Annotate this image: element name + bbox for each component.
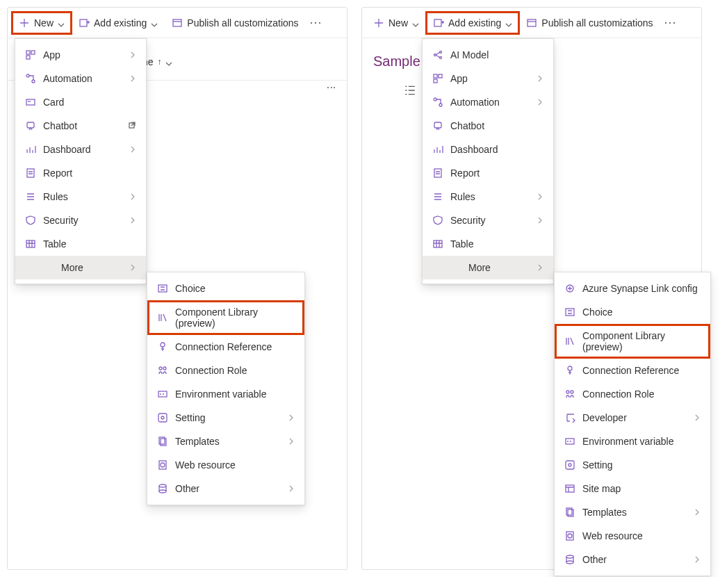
menu-item-table[interactable]: Table xyxy=(15,232,146,256)
chevron-right-icon xyxy=(129,49,136,60)
menu-item-templates[interactable]: Templates xyxy=(147,430,304,453)
chevron-right-icon xyxy=(694,412,701,423)
menu-item-label: Dashboard xyxy=(450,144,543,155)
overflow-icon[interactable]: ··· xyxy=(306,14,327,31)
menu-item-other[interactable]: Other xyxy=(147,477,304,500)
menu-item-synapse[interactable]: Azure Synapse Link config xyxy=(555,277,710,300)
menu-item-webres[interactable]: Web resource xyxy=(147,453,304,477)
menu-item-label: Web resource xyxy=(175,459,295,471)
menu-item-rules[interactable]: Rules xyxy=(423,185,553,209)
menu-item-connrole[interactable]: Connection Role xyxy=(555,382,710,406)
menu-item-label: Dashboard xyxy=(43,144,122,155)
menu-item-app[interactable]: App xyxy=(423,67,553,90)
chevron-down-icon xyxy=(151,19,158,26)
synapse-icon xyxy=(564,283,575,294)
menu-item-card[interactable]: Card xyxy=(15,90,146,114)
menu-item-label: Automation xyxy=(450,97,530,108)
menu-item-chatbot[interactable]: Chatbot xyxy=(15,114,146,138)
sitemap-icon xyxy=(564,483,575,494)
add-existing-button[interactable]: Add existing xyxy=(426,12,519,34)
overflow-icon[interactable]: ··· xyxy=(660,14,681,31)
menu-item-label: Rules xyxy=(450,191,530,202)
menu-item-label: Other xyxy=(175,483,281,494)
security-icon xyxy=(432,215,443,226)
dashboard-icon xyxy=(432,144,443,155)
menu-item-label: Chatbot xyxy=(450,120,543,131)
menu-item-label: Site map xyxy=(582,483,701,494)
connref-icon xyxy=(157,341,168,352)
add-existing-icon xyxy=(79,17,90,28)
menu-item-templates[interactable]: Templates xyxy=(555,500,710,524)
menu-item-automation[interactable]: Automation xyxy=(15,67,146,90)
menu-item-app[interactable]: App xyxy=(15,43,146,67)
menu-item-label: Azure Synapse Link config xyxy=(582,283,701,294)
setting-icon xyxy=(157,412,168,423)
menu-item-report[interactable]: Report xyxy=(15,161,146,185)
menu-item-choice[interactable]: Choice xyxy=(147,277,304,300)
connref-icon xyxy=(564,365,575,376)
new-button[interactable]: New xyxy=(366,12,426,34)
menu-item-connrole[interactable]: Connection Role xyxy=(147,359,304,382)
menu-item-connref[interactable]: Connection Reference xyxy=(147,335,304,359)
menu-item-security[interactable]: Security xyxy=(423,209,553,232)
menu-item-label: Connection Role xyxy=(175,365,295,376)
report-icon xyxy=(25,168,36,179)
menu-item-security[interactable]: Security xyxy=(15,209,146,232)
menu-item-other[interactable]: Other xyxy=(555,548,710,571)
menu-item-label: App xyxy=(43,49,122,60)
menu-item-complib[interactable]: Component Library (preview) xyxy=(147,300,304,335)
add-existing-label: Add existing xyxy=(448,17,501,28)
new-button[interactable]: New xyxy=(12,12,72,34)
menu-item-complib[interactable]: Component Library (preview) xyxy=(555,324,710,359)
add-existing-icon xyxy=(433,17,444,28)
menu-item-envvar[interactable]: Environment variable xyxy=(147,382,304,406)
menu-item-automation[interactable]: Automation xyxy=(423,90,553,114)
menu-item-table[interactable]: Table xyxy=(423,232,553,256)
menu-item-choice[interactable]: Choice xyxy=(555,300,710,324)
list-icon[interactable] xyxy=(404,84,416,99)
add-existing-dropdown: AI ModelAppAutomationChatbotDashboardRep… xyxy=(422,38,554,284)
menu-item-webres[interactable]: Web resource xyxy=(555,524,710,548)
app-icon xyxy=(432,73,443,84)
menu-item-aimodel[interactable]: AI Model xyxy=(423,43,553,67)
webres-icon xyxy=(157,459,168,471)
menu-item-dashboard[interactable]: Dashboard xyxy=(423,138,553,161)
chevron-right-icon xyxy=(129,262,136,273)
menu-item-envvar[interactable]: Environment variable xyxy=(555,430,710,453)
publish-label: Publish all customizations xyxy=(541,17,653,28)
chevron-right-icon xyxy=(537,215,543,226)
menu-item-more[interactable]: More xyxy=(423,256,553,279)
menu-item-sitemap[interactable]: Site map xyxy=(555,477,710,500)
publish-button[interactable]: Publish all customizations xyxy=(165,12,305,34)
chevron-right-icon xyxy=(288,412,295,423)
menu-item-label: Table xyxy=(43,238,136,250)
add-existing-button[interactable]: Add existing xyxy=(72,12,165,34)
connrole-icon xyxy=(564,389,575,400)
table-icon xyxy=(25,238,36,250)
templates-icon xyxy=(157,436,168,447)
menu-item-chatbot[interactable]: Chatbot xyxy=(423,114,553,138)
chevron-down-icon xyxy=(58,19,65,26)
menu-item-dashboard[interactable]: Dashboard xyxy=(15,138,146,161)
chevron-down-icon xyxy=(165,58,172,65)
sort-asc-icon: ↑ xyxy=(157,57,161,67)
publish-icon xyxy=(172,17,183,28)
menu-item-connref[interactable]: Connection Reference xyxy=(555,359,710,382)
row-overflow-icon[interactable]: ⋮ xyxy=(326,83,337,93)
menu-item-report[interactable]: Report xyxy=(423,161,553,185)
menu-item-developer[interactable]: Developer xyxy=(555,406,710,430)
menu-item-rules[interactable]: Rules xyxy=(15,185,146,209)
menu-item-setting[interactable]: Setting xyxy=(147,406,304,430)
connrole-icon xyxy=(157,365,168,376)
menu-item-setting[interactable]: Setting xyxy=(555,453,710,477)
menu-item-label: Templates xyxy=(175,436,281,447)
menu-item-label: Developer xyxy=(582,412,687,423)
publish-button[interactable]: Publish all customizations xyxy=(519,12,660,34)
more-icon xyxy=(43,262,54,273)
chatbot-icon xyxy=(25,120,36,131)
menu-item-label: More xyxy=(61,262,122,273)
aimodel-icon xyxy=(432,49,443,60)
menu-item-more[interactable]: More xyxy=(15,256,146,279)
menu-item-label: AI Model xyxy=(450,49,543,60)
menu-item-label: Connection Reference xyxy=(582,365,701,376)
